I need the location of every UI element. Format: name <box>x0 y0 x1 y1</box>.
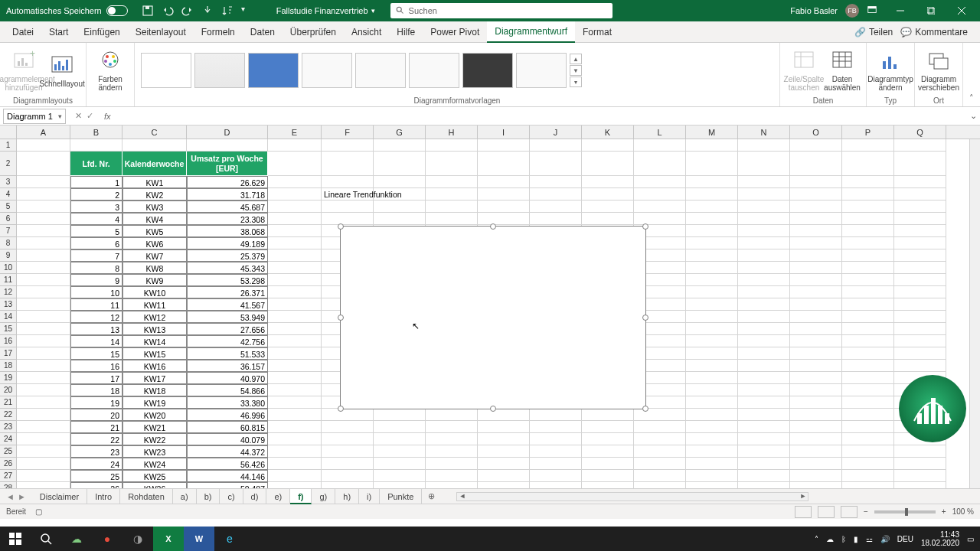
row-header[interactable]: 12 <box>0 286 17 298</box>
cell[interactable]: KW12 <box>122 311 187 323</box>
cell[interactable] <box>738 470 790 482</box>
change-colors-button[interactable]: Farben ändern <box>93 49 128 92</box>
zoom-level[interactable]: 100 % <box>952 507 974 516</box>
tray-bluetooth-icon[interactable]: ᛒ <box>841 535 846 543</box>
cell[interactable] <box>268 262 322 274</box>
undo-icon[interactable] <box>162 5 174 17</box>
cell[interactable] <box>686 335 738 347</box>
cell[interactable] <box>634 409 686 421</box>
cell[interactable]: KW25 <box>122 470 187 482</box>
zoom-out-button[interactable]: − <box>864 507 868 516</box>
cell[interactable] <box>268 323 322 335</box>
cell[interactable] <box>17 335 70 347</box>
cell[interactable] <box>738 323 790 335</box>
cell[interactable] <box>582 470 634 482</box>
cell[interactable]: KW10 <box>122 286 187 298</box>
embedded-chart[interactable] <box>340 226 646 409</box>
cell[interactable] <box>686 458 738 470</box>
cell[interactable] <box>17 225 70 237</box>
cell[interactable] <box>478 152 530 176</box>
select-all-corner[interactable] <box>0 126 17 139</box>
cell[interactable]: 8 <box>70 262 122 274</box>
cell[interactable] <box>374 421 426 433</box>
cell[interactable] <box>426 152 478 176</box>
cell[interactable] <box>842 384 894 396</box>
expand-formula-bar-button[interactable]: ⌄ <box>966 111 980 121</box>
cell[interactable] <box>478 176 530 188</box>
cell[interactable] <box>894 188 946 201</box>
cell[interactable] <box>790 152 842 176</box>
task-word[interactable]: W <box>184 527 214 551</box>
cell[interactable] <box>426 213 478 225</box>
cell[interactable] <box>738 409 790 421</box>
cell[interactable] <box>790 249 842 262</box>
table-header[interactable]: Umsatz pro Woche [EUR] <box>187 152 268 176</box>
resize-handle[interactable] <box>490 223 496 230</box>
cell[interactable] <box>426 445 478 458</box>
cell[interactable]: 44.372 <box>187 445 268 458</box>
cell[interactable] <box>322 482 374 488</box>
cell[interactable] <box>738 396 790 409</box>
tray-onedrive-icon[interactable]: ☁ <box>826 535 834 543</box>
cell[interactable] <box>634 176 686 188</box>
cell[interactable] <box>842 139 894 152</box>
tab-datei[interactable]: Datei <box>5 21 41 43</box>
cell[interactable] <box>790 458 842 470</box>
row-header[interactable]: 27 <box>0 470 17 482</box>
cell[interactable] <box>842 237 894 249</box>
cell[interactable]: 18 <box>70 384 122 396</box>
cell[interactable] <box>17 433 70 445</box>
cell[interactable]: 26.371 <box>187 286 268 298</box>
sheet-tab-b[interactable]: b) <box>197 489 220 504</box>
cell[interactable] <box>842 262 894 274</box>
cell[interactable] <box>478 433 530 445</box>
record-macro-icon[interactable]: ▢ <box>35 507 42 516</box>
cell[interactable] <box>268 176 322 188</box>
cell[interactable]: KW16 <box>122 360 187 372</box>
normal-view-button[interactable] <box>795 506 812 518</box>
cell[interactable]: KW21 <box>122 421 187 433</box>
row-header[interactable]: 25 <box>0 445 17 458</box>
cell[interactable] <box>790 335 842 347</box>
cell[interactable] <box>790 384 842 396</box>
cell[interactable] <box>738 458 790 470</box>
cell[interactable] <box>842 286 894 298</box>
cell[interactable] <box>738 384 790 396</box>
cell[interactable] <box>478 470 530 482</box>
cell[interactable] <box>478 445 530 458</box>
minimize-button[interactable] <box>885 0 916 21</box>
cell[interactable]: KW13 <box>122 323 187 335</box>
cell[interactable]: 24 <box>70 458 122 470</box>
sheet-tab-i[interactable]: i) <box>359 489 380 504</box>
cell[interactable] <box>686 262 738 274</box>
cell[interactable] <box>268 249 322 262</box>
cell[interactable] <box>790 311 842 323</box>
cell[interactable]: 2 <box>70 188 122 201</box>
cell[interactable] <box>686 201 738 213</box>
formula-input[interactable] <box>116 109 966 124</box>
cell[interactable] <box>17 421 70 433</box>
cell[interactable] <box>478 139 530 152</box>
cell[interactable] <box>582 433 634 445</box>
tray-wifi-icon[interactable]: ⚍ <box>866 535 873 543</box>
cell[interactable] <box>268 396 322 409</box>
cell[interactable] <box>738 274 790 286</box>
cell[interactable] <box>686 139 738 152</box>
cell[interactable] <box>790 298 842 311</box>
add-chart-element-button[interactable]: + Diagrammelement hinzufügen <box>6 49 41 92</box>
change-chart-type-button[interactable]: Diagrammtyp ändern <box>873 49 908 92</box>
move-chart-button[interactable]: Diagramm verschieben <box>921 49 956 92</box>
cell[interactable] <box>790 421 842 433</box>
cell[interactable] <box>686 372 738 384</box>
task-app-2[interactable]: ● <box>92 527 122 551</box>
cell[interactable] <box>686 311 738 323</box>
cell[interactable] <box>842 433 894 445</box>
cell[interactable] <box>738 213 790 225</box>
tray-volume-icon[interactable]: 🔊 <box>880 535 890 543</box>
row-header[interactable]: 6 <box>0 213 17 225</box>
cell[interactable]: 25 <box>70 470 122 482</box>
col-header-L[interactable]: L <box>634 126 686 139</box>
cell[interactable]: KW11 <box>122 298 187 311</box>
page-layout-view-button[interactable] <box>818 506 835 518</box>
document-title[interactable]: Fallstudie Finanzvertrieb ▾ <box>261 6 390 15</box>
